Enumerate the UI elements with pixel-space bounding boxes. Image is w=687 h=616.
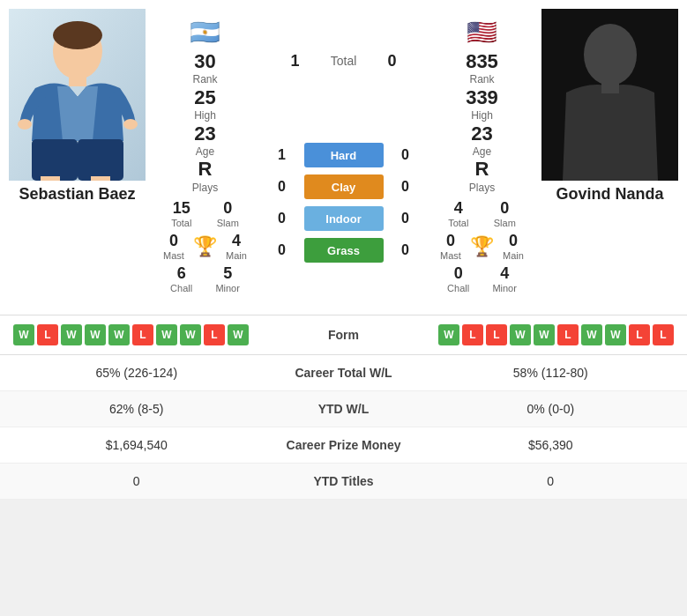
- form-badge-right: L: [557, 324, 579, 345]
- form-badge-left: W: [228, 324, 249, 345]
- form-badge-left: W: [13, 324, 34, 345]
- left-total-stat: 15 Total: [171, 199, 191, 228]
- stats-row: $1,694,540Career Prize Money$56,390: [0, 427, 687, 464]
- indoor-badge: Indoor: [304, 206, 384, 231]
- form-label: Form: [309, 328, 379, 342]
- main-container: Sebastian Baez 🇦🇷 30 Rank 25 High 23 Age: [0, 0, 687, 500]
- stats-center-label: Career Prize Money: [256, 438, 432, 452]
- stats-table: 65% (226-124)Career Total W/L58% (112-80…: [0, 355, 687, 500]
- stats-left-value: $1,694,540: [18, 438, 256, 452]
- surface-rows: 1 Hard 0 0 Clay 0 0 Indoor 0 0 Grass: [256, 143, 431, 263]
- svg-rect-13: [601, 81, 619, 93]
- left-slam-stat: 0 Slam: [217, 199, 239, 228]
- svg-point-3: [53, 21, 102, 49]
- right-player-name: Govind Nanda: [556, 185, 663, 204]
- form-badge-right: L: [486, 324, 507, 345]
- svg-point-12: [584, 24, 637, 85]
- grass-row: 0 Grass 0: [256, 238, 431, 263]
- right-mast-stat: 0 Mast: [440, 232, 461, 261]
- stats-center-label: Career Total W/L: [256, 366, 432, 380]
- right-form-badges: WLLWWLWWLL: [438, 324, 674, 345]
- left-player-col: Sebastian Baez: [0, 9, 154, 306]
- stats-center-label: YTD Titles: [256, 474, 432, 488]
- left-age: 23 Age: [194, 122, 215, 159]
- left-form-badges: WLWWWLWWLW: [13, 324, 249, 345]
- stats-right-value: $56,390: [432, 438, 670, 452]
- right-player-photo: [541, 9, 678, 181]
- svg-rect-10: [91, 176, 110, 181]
- right-stats-col: 🇺🇸 835 Rank 339 High 23 Age R Plays: [431, 9, 533, 306]
- svg-rect-4: [69, 74, 86, 86]
- left-player-photo: [9, 9, 146, 181]
- trophy-icon-right: 🏆: [470, 235, 494, 258]
- middle-section: 1 Total 0 1 Hard 0 0 Clay 0 0 I: [256, 9, 431, 306]
- form-badge-left: W: [85, 324, 106, 345]
- stats-row: 62% (8-5)YTD W/L0% (0-0): [0, 391, 687, 427]
- form-section: WLWWWLWWLW Form WLLWWLWWLL: [0, 315, 687, 355]
- total-row: 1 Total 0: [256, 52, 431, 71]
- right-rank: 835 Rank: [466, 50, 498, 86]
- form-badge-right: W: [605, 324, 626, 345]
- hard-badge: Hard: [304, 143, 384, 167]
- form-badge-left: L: [204, 324, 225, 345]
- right-player-col: Govind Nanda: [533, 9, 687, 306]
- form-badge-left: L: [37, 324, 58, 345]
- clay-badge: Clay: [304, 174, 384, 199]
- left-minor-stat: 5 Minor: [215, 264, 240, 293]
- form-badge-right: L: [462, 324, 483, 345]
- left-mast-stat: 0 Mast: [163, 232, 184, 261]
- form-badge-right: W: [581, 324, 602, 345]
- stats-center-label: YTD W/L: [256, 402, 432, 416]
- stats-right-value: 58% (112-80): [432, 366, 670, 380]
- left-high: 25 High: [194, 86, 216, 122]
- right-plays: R Plays: [469, 158, 495, 194]
- stats-right-value: 0% (0-0): [432, 402, 670, 416]
- left-chall-stat: 6 Chall: [170, 264, 192, 293]
- form-badge-left: W: [61, 324, 82, 345]
- right-high: 339 High: [466, 86, 498, 122]
- left-rank: 30 Rank: [192, 50, 217, 86]
- right-flag: 🇺🇸: [467, 18, 497, 47]
- trophy-icon-left: 🏆: [193, 235, 217, 258]
- right-minor-stat: 4 Minor: [492, 264, 517, 293]
- right-age: 23 Age: [471, 122, 492, 159]
- form-badge-left: W: [156, 324, 177, 345]
- form-badge-left: W: [180, 324, 201, 345]
- left-main-stat: 4 Main: [226, 232, 247, 261]
- grass-badge: Grass: [304, 238, 384, 263]
- form-badge-right: L: [653, 324, 674, 345]
- svg-point-5: [18, 119, 32, 130]
- svg-rect-8: [78, 139, 123, 181]
- svg-rect-7: [32, 139, 78, 181]
- hard-row: 1 Hard 0: [256, 143, 431, 167]
- clay-row: 0 Clay 0: [256, 174, 431, 199]
- left-sub-stats: 15 Total 0 Slam 0 Mast 🏆 4: [159, 199, 251, 297]
- stats-left-value: 62% (8-5): [18, 402, 256, 416]
- left-stats-col: 🇦🇷 30 Rank 25 High 23 Age R Plays: [154, 9, 256, 306]
- form-badge-right: W: [438, 324, 459, 345]
- form-badge-left: L: [132, 324, 153, 345]
- right-main-stat: 0 Main: [503, 232, 524, 261]
- svg-rect-9: [41, 176, 60, 181]
- form-badge-right: L: [629, 324, 650, 345]
- stats-left-value: 65% (226-124): [18, 366, 256, 380]
- left-player-name: Sebastian Baez: [19, 185, 135, 204]
- stats-row: 65% (226-124)Career Total W/L58% (112-80…: [0, 355, 687, 391]
- form-badge-left: W: [108, 324, 130, 345]
- right-slam-stat: 0 Slam: [494, 199, 516, 228]
- form-badge-right: W: [534, 324, 555, 345]
- svg-point-6: [123, 119, 138, 130]
- form-badge-right: W: [510, 324, 531, 345]
- right-chall-stat: 0 Chall: [447, 264, 469, 293]
- indoor-row: 0 Indoor 0: [256, 206, 431, 231]
- stats-row: 0YTD Titles0: [0, 464, 687, 500]
- stats-left-value: 0: [18, 474, 256, 488]
- stats-right-value: 0: [432, 474, 670, 488]
- right-sub-stats: 4 Total 0 Slam 0 Mast 🏆 0: [436, 199, 528, 297]
- left-plays: R Plays: [192, 158, 218, 194]
- left-flag: 🇦🇷: [190, 18, 220, 47]
- right-total-stat: 4 Total: [448, 199, 468, 228]
- player-section: Sebastian Baez 🇦🇷 30 Rank 25 High 23 Age: [0, 0, 687, 315]
